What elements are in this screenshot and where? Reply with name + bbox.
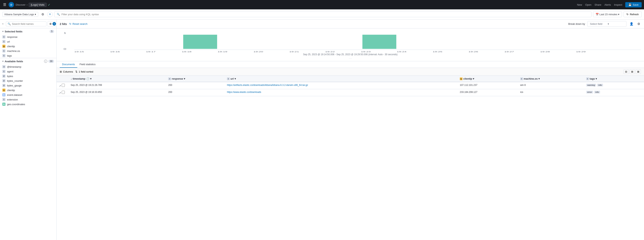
available-fields-header[interactable]: ▾ Available fields i 30 xyxy=(0,58,56,64)
tab-documents[interactable]: Documents xyxy=(60,61,77,68)
cell-clientip: 107.112.101.237 xyxy=(458,82,518,89)
save-button[interactable]: 💾 Save xyxy=(625,2,642,8)
columns-icon: ⊞ xyxy=(60,70,62,73)
tab-field-statistics[interactable]: Field statistics xyxy=(77,61,98,68)
user-settings-button[interactable]: 👤 xyxy=(629,21,634,26)
add-filter-button[interactable]: + xyxy=(47,12,53,17)
hamburger-button[interactable]: ☰ xyxy=(2,2,7,8)
selected-fields-header[interactable]: ▾ Selected fields 5 xyxy=(0,28,56,34)
field-item-agent[interactable]: t agent xyxy=(0,69,56,74)
view-rows-button[interactable]: ⊟ xyxy=(624,70,629,74)
chevron-icon: ▾ xyxy=(2,60,4,63)
inspect-button[interactable]: Inspect xyxy=(614,3,622,6)
field-item-tags[interactable]: t tags xyxy=(0,53,56,58)
field-name-bytes-gauge: bytes_gauge xyxy=(7,84,22,87)
view-grid-button[interactable]: ⊞ xyxy=(630,70,635,74)
chart-area: 1 0 19:15 19:16 19:17 19:18 19:19 xyxy=(56,28,644,61)
field-filter-button[interactable]: ⚙ 0 xyxy=(48,21,56,26)
field-item-clientip-avail[interactable]: ip clientip xyxy=(0,88,56,92)
breadcrumb-logs-visits[interactable]: [Logs] Visits xyxy=(29,3,47,7)
drag-handle[interactable]: ⋯ xyxy=(60,56,641,60)
col-options-icon[interactable]: ▾ xyxy=(90,77,92,80)
chevron-down-icon: ▾ xyxy=(608,22,624,25)
filter-button[interactable]: ⚙ xyxy=(40,12,46,17)
hits-count: 2 hits xyxy=(60,22,67,26)
field-name-clientip: clientip xyxy=(7,45,15,48)
field-item-url[interactable]: t url xyxy=(0,39,56,44)
tags-label: tags xyxy=(590,77,595,80)
field-type-ip-icon: ip xyxy=(2,45,6,48)
field-type-number-icon: # xyxy=(2,79,6,82)
data-view-picker[interactable]: Kibana Sample Data Logs ▾ xyxy=(2,12,38,17)
view-compact-button[interactable]: ⊠ xyxy=(636,70,641,74)
nav-left: ☰ D Discover › [Logs] Visits ✓ xyxy=(2,2,50,8)
row-checkbox[interactable] xyxy=(62,84,65,87)
row-checkbox[interactable] xyxy=(62,91,65,94)
select-field-dropdown[interactable]: Select field ▾ xyxy=(588,21,626,27)
back-button[interactable]: ← xyxy=(2,22,5,26)
sort-button[interactable]: ⇅ 1 field sorted xyxy=(75,70,93,73)
new-button[interactable]: New xyxy=(577,3,582,6)
field-name-clientip-avail: clientip xyxy=(7,89,15,92)
settings-button[interactable]: ⚙ xyxy=(636,21,641,26)
field-item-bytes-counter[interactable]: # bytes_counter xyxy=(0,78,56,83)
svg-text:19:18: 19:18 xyxy=(182,51,192,52)
field-name-response: response xyxy=(7,36,17,38)
cell-response: 200 xyxy=(166,89,224,96)
open-button[interactable]: Open xyxy=(585,3,592,6)
share-button[interactable]: Share xyxy=(595,3,602,6)
chart-caption: Sep 25, 2023 @ 19:14:50.006 - Sep 25, 20… xyxy=(60,52,641,56)
refresh-button[interactable]: ↻ Refresh xyxy=(624,12,642,17)
field-type-text-icon: t xyxy=(2,40,6,43)
svg-text:19:15: 19:15 xyxy=(74,51,84,52)
col-options-icon[interactable]: ▾ xyxy=(184,77,185,80)
alerts-button[interactable]: Alerts xyxy=(604,3,611,6)
hits-bar: 2 hits ↻ Reset search Break down by Sele… xyxy=(56,20,644,28)
field-type-number-icon: # xyxy=(2,84,6,87)
clientip-label: clientip xyxy=(463,77,472,80)
sort-desc-icon: ↓ xyxy=(71,77,72,80)
search-field-input-wrap[interactable]: 🔍 xyxy=(6,22,46,26)
col-options-icon[interactable]: ▾ xyxy=(234,77,236,80)
col-options-icon[interactable]: ▾ xyxy=(596,77,597,80)
reset-search-button[interactable]: ↻ Reset search xyxy=(69,22,88,25)
cell-machine-os: ios xyxy=(518,89,584,96)
cell-clientip: 233.184.208.127 xyxy=(458,89,518,96)
filter-count-badge: 0 xyxy=(52,22,56,26)
field-type-text-icon: t xyxy=(2,35,6,38)
cell-tags: error info xyxy=(584,89,644,96)
clock-icon: 🕐 xyxy=(86,77,90,80)
available-fields-list: ⊙ @timestamp t agent # bytes # bytes_cou… xyxy=(0,64,56,106)
field-item-extension[interactable]: t extension xyxy=(0,97,56,102)
expand-icon[interactable]: ↗ xyxy=(59,84,61,88)
breadcrumb-discover[interactable]: Discover xyxy=(16,3,26,6)
field-item-bytes[interactable]: # bytes xyxy=(0,74,56,78)
kql-input[interactable] xyxy=(62,13,589,16)
col-options-icon[interactable]: ▾ xyxy=(538,77,540,80)
th-url: t url ▾ xyxy=(224,76,458,82)
th-controls xyxy=(56,76,68,82)
col-options-icon[interactable]: ▾ xyxy=(473,77,474,80)
row-controls: ↗ xyxy=(56,89,68,96)
field-item-bytes-gauge[interactable]: # bytes_gauge xyxy=(0,83,56,88)
field-item-geo-coordinates[interactable]: ⊕ geo.coordinates xyxy=(0,102,56,106)
field-item-response[interactable]: t response xyxy=(0,34,56,39)
field-item-machine-os[interactable]: t machine.os xyxy=(0,48,56,53)
expand-icon[interactable]: ↗ xyxy=(59,92,61,94)
selected-fields-count: 5 xyxy=(50,30,54,33)
kql-search-bar[interactable]: 🔍 xyxy=(54,12,592,17)
field-item-timestamp[interactable]: ⊙ @timestamp xyxy=(0,64,56,69)
th-machine-os: t machine.os ▾ xyxy=(518,76,584,82)
time-picker[interactable]: 📅 Last 15 minutes ▾ xyxy=(593,12,622,17)
cell-url: https://www.elastic.co/downloads xyxy=(224,89,458,96)
columns-button[interactable]: ⊞ Columns xyxy=(60,70,73,73)
search-field-input[interactable] xyxy=(12,22,45,25)
selected-fields-title: Selected fields xyxy=(5,30,48,33)
field-name-machine-os: machine.os xyxy=(7,50,20,52)
cell-tags: warning info xyxy=(584,82,644,89)
sort-icon: ⇅ xyxy=(75,70,78,73)
field-item-event-dataset[interactable]: k event.dataset xyxy=(0,92,56,97)
cell-url: https://artifacts.elastic.co/downloads/k… xyxy=(224,82,458,89)
field-item-clientip[interactable]: ip clientip xyxy=(0,44,56,48)
timestamp-label: timestamp xyxy=(73,77,86,80)
